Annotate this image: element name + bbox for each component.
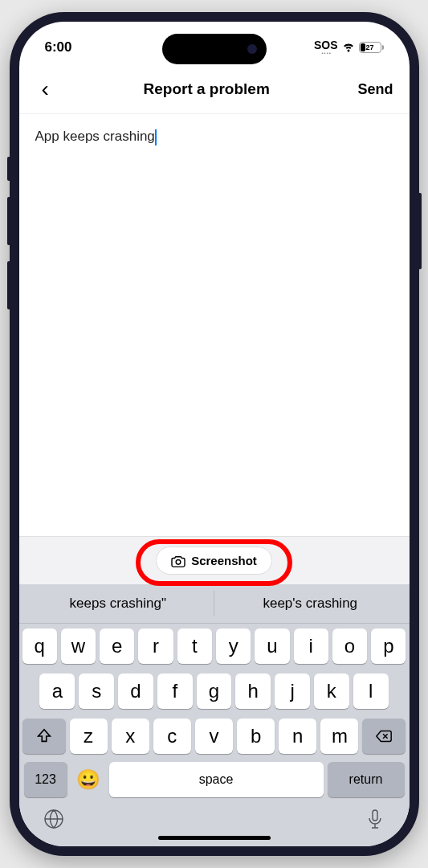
keyboard-toolbar: Screenshot (19, 536, 410, 584)
svg-rect-2 (373, 810, 377, 821)
key-a[interactable]: a (39, 674, 75, 709)
key-row-2: a s d f g h j k l (19, 669, 410, 714)
nav-bar: ‹ Report a problem Send (19, 65, 410, 114)
return-key[interactable]: return (328, 762, 405, 797)
key-j[interactable]: j (275, 674, 310, 709)
back-button[interactable]: ‹ (35, 76, 55, 102)
backspace-key[interactable] (362, 719, 406, 754)
key-q[interactable]: q (22, 628, 57, 664)
key-row-4: 123 😀 space return (19, 759, 410, 800)
report-text-area[interactable]: App keeps crashing (19, 114, 410, 536)
screen: 6:00 SOS •••• 27 ‹ Report a problem (19, 22, 410, 846)
key-n[interactable]: n (279, 719, 316, 754)
key-v[interactable]: v (195, 719, 233, 754)
suggestion-item[interactable]: keeps crashing" (22, 591, 215, 616)
key-e[interactable]: e (100, 628, 134, 664)
suggestion-bar: keeps crashing" keep's crashing (19, 584, 410, 624)
keyboard: keeps crashing" keep's crashing q w e r … (19, 584, 410, 846)
key-x[interactable]: x (112, 719, 149, 754)
key-u[interactable]: u (255, 628, 289, 664)
shift-key[interactable] (22, 719, 66, 754)
wifi-icon (341, 42, 356, 53)
space-key[interactable]: space (109, 762, 324, 797)
phone-frame: 6:00 SOS •••• 27 ‹ Report a problem (10, 12, 419, 856)
suggestion-item[interactable]: keep's crashing (214, 591, 406, 616)
keyboard-footer (19, 800, 410, 833)
key-row-1: q w e r t y u i o p (19, 624, 410, 669)
dynamic-island (162, 34, 267, 64)
key-l[interactable]: l (353, 674, 389, 709)
key-m[interactable]: m (320, 719, 358, 754)
status-time: 6:00 (45, 39, 72, 55)
home-indicator[interactable] (158, 836, 271, 840)
key-r[interactable]: r (138, 628, 173, 664)
globe-icon[interactable] (43, 809, 64, 829)
key-w[interactable]: w (61, 628, 96, 664)
backspace-icon (375, 727, 393, 745)
key-k[interactable]: k (314, 674, 349, 709)
text-cursor (155, 129, 157, 145)
key-o[interactable]: o (332, 628, 367, 664)
shift-icon (35, 727, 53, 745)
emoji-key[interactable]: 😀 (71, 762, 105, 797)
key-s[interactable]: s (79, 674, 114, 709)
key-p[interactable]: p (371, 628, 406, 664)
key-c[interactable]: c (153, 719, 191, 754)
key-b[interactable]: b (237, 719, 275, 754)
key-y[interactable]: y (216, 628, 251, 664)
mic-icon[interactable] (365, 809, 385, 829)
sos-indicator: SOS •••• (314, 39, 338, 55)
battery-icon: 27 (359, 42, 384, 53)
key-row-3: z x c v b n m (19, 714, 410, 759)
key-d[interactable]: d (118, 674, 153, 709)
key-g[interactable]: g (197, 674, 232, 709)
key-z[interactable]: z (70, 719, 108, 754)
numbers-key[interactable]: 123 (24, 762, 67, 797)
key-f[interactable]: f (157, 674, 193, 709)
page-title: Report a problem (144, 80, 270, 98)
key-i[interactable]: i (294, 628, 328, 664)
key-t[interactable]: t (177, 628, 212, 664)
report-text: App keeps crashing (35, 129, 155, 144)
key-h[interactable]: h (235, 674, 271, 709)
send-button[interactable]: Send (357, 81, 393, 98)
highlight-annotation (136, 539, 292, 586)
